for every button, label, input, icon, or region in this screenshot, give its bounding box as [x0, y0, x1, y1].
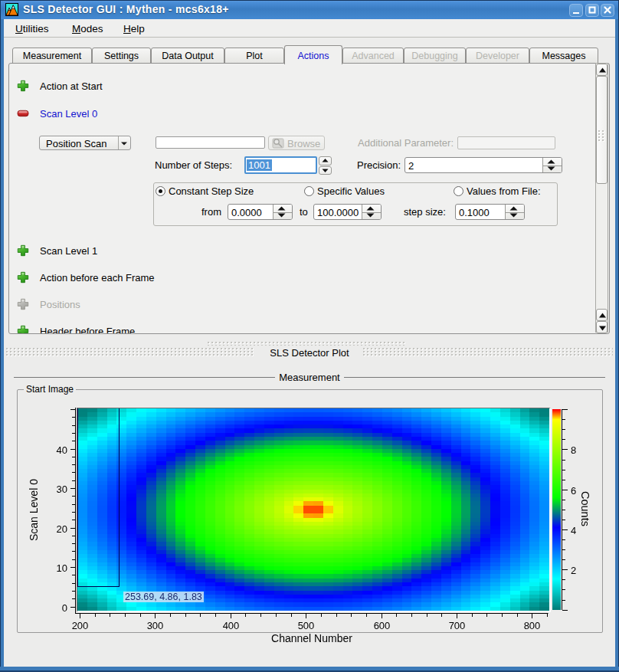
svg-text:8: 8: [571, 444, 576, 456]
svg-text:40: 40: [57, 444, 67, 456]
svg-text:4: 4: [571, 525, 576, 536]
svg-text:10: 10: [57, 562, 67, 574]
svg-text:0: 0: [62, 602, 67, 614]
svg-text:300: 300: [147, 620, 164, 631]
svg-text:200: 200: [72, 620, 89, 631]
svg-text:6: 6: [571, 485, 576, 497]
svg-text:20: 20: [57, 523, 67, 535]
svg-text:2: 2: [571, 565, 576, 576]
svg-text:600: 600: [374, 620, 391, 631]
svg-text:500: 500: [298, 620, 315, 631]
svg-text:30: 30: [57, 484, 67, 495]
svg-text:800: 800: [524, 620, 541, 631]
svg-text:400: 400: [223, 620, 240, 631]
svg-text:700: 700: [449, 620, 466, 631]
